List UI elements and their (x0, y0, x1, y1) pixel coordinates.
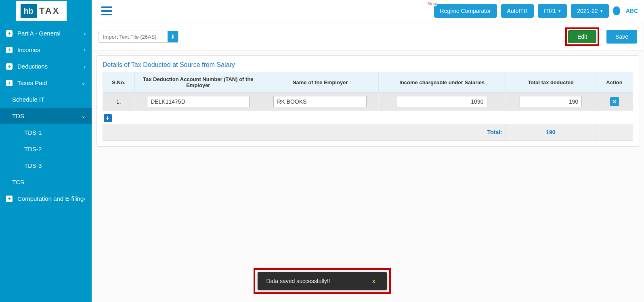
regime-comparator-button[interactable]: New Regime Comparator (434, 4, 497, 18)
logo-hb: hb (21, 4, 37, 18)
user-label[interactable]: ABC (626, 8, 638, 14)
regime-label: Regime Comparator (440, 8, 491, 14)
income-input[interactable]: 1090 (397, 96, 487, 107)
logo-box: hb TAX (0, 0, 92, 25)
cell-sno: 1. (103, 93, 135, 111)
tds-table: S.No. Tax Deduction Account Number (TAN)… (103, 72, 633, 141)
chevron-down-icon: ⌄ (81, 113, 86, 119)
total-label: Total: (103, 124, 506, 141)
th-employer: Name of the Employer (262, 72, 378, 93)
nav-label: TDS (12, 112, 81, 119)
nav-tcs[interactable]: TCS (0, 174, 92, 190)
chevron-right-icon: › (84, 63, 86, 69)
chevron-right-icon: › (84, 30, 86, 36)
add-row-button[interactable]: + (104, 114, 112, 122)
nav-tds-1[interactable]: TDS-1 (0, 124, 92, 141)
itr-label: ITR1 (544, 8, 556, 14)
nav-label: TDS-2 (24, 146, 86, 152)
chevron-down-icon: ▾ (558, 8, 561, 14)
plus-icon: + (6, 196, 13, 202)
edit-highlight-frame: Edit (565, 27, 599, 46)
tan-input[interactable]: DELK11475D (147, 96, 249, 107)
nav-schedule-it[interactable]: Schedule IT (0, 91, 92, 108)
autoitr-label: AutoITR (507, 8, 528, 14)
nav-label: TDS-1 (24, 129, 86, 136)
import-download-icon[interactable]: ⬇ (168, 31, 178, 42)
nav-label: TDS-3 (24, 162, 86, 169)
year-dropdown[interactable]: 2021-22 ▾ (571, 4, 608, 18)
nav-label: Part A - General (17, 30, 84, 37)
toast: Data saved successfully!! x (258, 272, 387, 290)
logo: hb TAX (16, 1, 67, 21)
toast-message: Data saved successfully!! (266, 278, 370, 284)
nav-tds-2[interactable]: TDS-2 (0, 141, 92, 157)
nav-label: Taxes Paid (17, 79, 81, 86)
nav-label: Computation and E-filing (17, 195, 84, 202)
nav-part-a-general[interactable]: + Part A - General › (0, 25, 92, 42)
chevron-down-icon: ⌄ (81, 80, 86, 86)
main: New Regime Comparator AutoITR ITR1 ▾ 202… (92, 0, 644, 302)
topbar: New Regime Comparator AutoITR ITR1 ▾ 202… (92, 0, 644, 22)
plus-icon: + (6, 30, 13, 37)
delete-row-icon[interactable]: ✕ (610, 97, 619, 106)
nav-label: Incomes (17, 46, 84, 53)
toast-close-button[interactable]: x (370, 278, 378, 284)
plus-icon: + (6, 63, 13, 70)
toast-highlight-frame: Data saved successfully!! x (254, 268, 391, 294)
th-deducted: Total tax deducted (506, 72, 596, 93)
nav: + Part A - General › + Incomes › + Deduc… (0, 25, 92, 302)
plus-icon: + (6, 47, 13, 53)
total-value: 190 (506, 124, 596, 141)
th-income: Income chargeable under Salaries (378, 72, 506, 93)
nav-label: Deductions (17, 63, 84, 70)
nav-deductions[interactable]: + Deductions › (0, 58, 92, 75)
year-label: 2021-22 (577, 8, 598, 14)
nav-label: TCS (12, 179, 86, 185)
autoitr-button[interactable]: AutoITR (501, 4, 534, 18)
itr-dropdown[interactable]: ITR1 ▾ (538, 4, 567, 18)
save-button[interactable]: Save (606, 30, 637, 44)
th-sno: S.No. (103, 72, 135, 93)
nav-label: Schedule IT (12, 96, 86, 103)
hamburger-icon[interactable] (101, 6, 112, 15)
import-wrap: ⬇ (99, 31, 178, 43)
nav-computation-efiling[interactable]: + Computation and E-filing › (0, 190, 92, 207)
employer-input[interactable]: RK BOOKS (273, 96, 367, 107)
panel-title: Details of Tax Deducted at Source from S… (103, 61, 633, 69)
sidebar: hb TAX + Part A - General › + Incomes › … (0, 0, 92, 302)
deducted-input[interactable]: 190 (520, 96, 582, 107)
nav-taxes-paid[interactable]: + Taxes Paid ⌄ (0, 75, 92, 91)
chevron-down-icon: ▾ (600, 8, 603, 14)
actionbar: ⬇ Edit Save (92, 23, 643, 50)
chevron-right-icon: › (84, 47, 86, 53)
avatar-icon[interactable] (613, 6, 620, 15)
th-tan: Tax Deduction Account Number (TAN) of th… (134, 72, 262, 93)
total-row: Total: 190 (103, 124, 633, 141)
nav-tds[interactable]: TDS ⌄ (0, 108, 92, 124)
nav-incomes[interactable]: + Incomes › (0, 42, 92, 58)
edit-button[interactable]: Edit (568, 30, 596, 43)
logo-tax: TAX (37, 6, 62, 16)
tds-panel: Details of Tax Deducted at Source from S… (96, 55, 639, 147)
th-action: Action (596, 72, 633, 93)
table-row: 1. DELK11475D RK BOOKS 1090 190 ✕ (103, 93, 633, 111)
nav-tds-3[interactable]: TDS-3 (0, 157, 92, 174)
chevron-right-icon: › (84, 196, 86, 202)
import-file-input[interactable] (99, 31, 168, 42)
plus-icon: + (6, 80, 13, 86)
new-badge: New (426, 0, 438, 8)
